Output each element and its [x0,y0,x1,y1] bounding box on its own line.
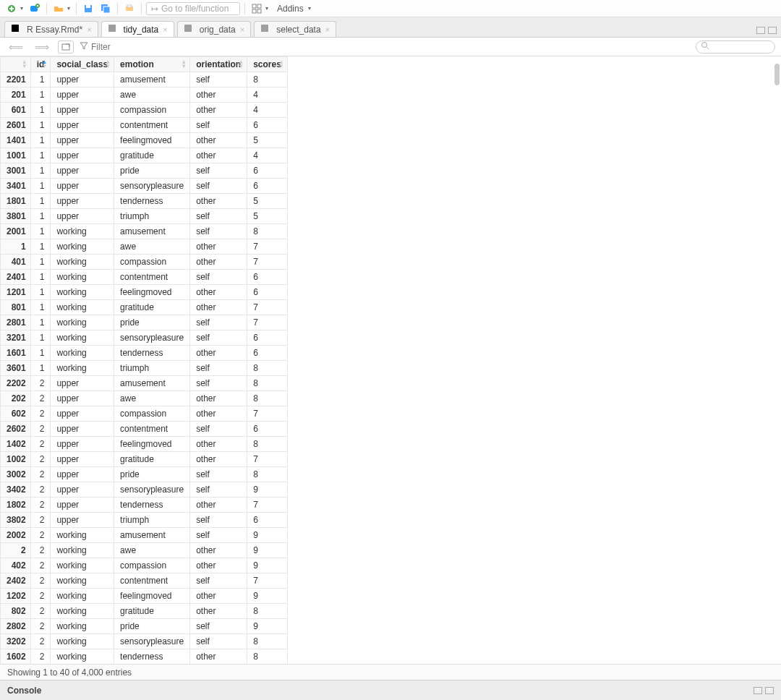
svg-rect-17 [108,25,116,32]
nav-forward-button[interactable]: ⟹ [32,41,52,53]
table-row[interactable]: 2022upperaweother8 [1,391,288,406]
new-file-icon [6,3,17,14]
cell-rownum: 3402 [1,482,31,498]
cell-scores: 7 [247,498,288,513]
addins-menu[interactable]: Addins ▾ [277,4,311,14]
close-icon[interactable]: × [240,25,244,34]
cell-rownum: 2002 [1,528,31,543]
col-header-rownum[interactable]: ▲▼ [1,57,31,72]
close-icon[interactable]: × [163,25,167,34]
table-row[interactable]: 34022uppersensorypleasureself9 [1,482,288,498]
cell-orientation: other [190,406,247,422]
table-row[interactable]: 32022workingsensorypleasureself8 [1,634,288,649]
table-row[interactable]: 4011workingcompassionother7 [1,255,288,270]
table-row[interactable]: 11workingaweother7 [1,239,288,255]
table-row[interactable]: 20011workingamusementself8 [1,224,288,239]
console-pane-header[interactable]: Console [0,680,781,700]
table-row[interactable]: 26011uppercontentmentself6 [1,118,288,133]
open-file-button[interactable]: ▾ [51,2,72,15]
console-minimize-button[interactable] [754,687,762,694]
cell-orientation: other [190,300,247,315]
table-row[interactable]: 36011workingtriumphself8 [1,361,288,376]
filter-label: Filter [91,42,111,52]
vertical-scrollbar-thumb[interactable] [774,64,780,85]
table-row[interactable]: 14011upperfeelingmovedother5 [1,133,288,148]
table-row[interactable]: 24022workingcontentmentself7 [1,573,288,589]
table-row[interactable]: 6011uppercompassionother4 [1,103,288,118]
tab-tidy-data[interactable]: tidy_data× [101,21,174,37]
col-header-social_class[interactable]: social_class▲▼ [51,57,114,72]
table-row[interactable]: 30022upperprideself8 [1,467,288,482]
col-header-id[interactable]: id▲▼ [30,57,51,72]
close-icon[interactable]: × [325,25,330,34]
table-row[interactable]: 22022upperamusementself8 [1,376,288,391]
table-row[interactable]: 18022uppertendernessother7 [1,498,288,513]
data-viewer: ▲▼id▲▼social_class▲▼emotion▲▼orientation… [0,56,781,664]
col-header-emotion[interactable]: emotion▲▼ [114,57,190,72]
table-row[interactable]: 12011workingfeelingmovedother6 [1,285,288,300]
save-button[interactable] [81,2,95,15]
maximize-pane-button[interactable] [768,27,777,34]
table-row[interactable]: 10022uppergratitudeother7 [1,452,288,467]
new-file-button[interactable]: ▾ [4,2,25,15]
print-button[interactable] [122,2,137,15]
cell-social-class: working [51,589,114,604]
cell-rownum: 2402 [1,573,31,589]
tab-orig-data[interactable]: orig_data× [177,21,251,37]
table-row[interactable]: 4022workingcompassionother9 [1,558,288,573]
table-row[interactable]: 38022uppertriumphself6 [1,513,288,528]
cell-social-class: upper [51,498,114,513]
cell-emotion: awe [114,391,190,406]
cell-scores: 6 [247,513,288,528]
table-row[interactable]: 32011workingsensorypleasureself6 [1,330,288,346]
table-row[interactable]: 28011workingprideself7 [1,315,288,330]
status-bar: Showing 1 to 40 of 4,000 entries [0,664,781,680]
cell-social-class: working [51,649,114,665]
table-row[interactable]: 2011upperaweother4 [1,88,288,103]
col-header-scores[interactable]: scores▲▼ [247,57,288,72]
table-row[interactable]: 22workingaweother9 [1,543,288,558]
cell-orientation: other [190,649,247,665]
popout-button[interactable] [58,40,74,54]
cell-scores: 7 [247,573,288,589]
table-row[interactable]: 34011uppersensorypleasureself6 [1,179,288,194]
filter-button[interactable]: Filter [80,41,111,52]
save-all-button[interactable] [98,2,113,15]
cell-orientation: other [190,543,247,558]
table-row[interactable]: 28022workingprideself9 [1,619,288,634]
cell-scores: 5 [247,194,288,209]
table-row[interactable]: 8011workinggratitudeother7 [1,300,288,315]
close-icon[interactable]: × [87,25,91,34]
table-row[interactable]: 26022uppercontentmentself6 [1,422,288,437]
cell-emotion: compassion [114,255,190,270]
nav-back-button[interactable]: ⟸ [6,41,26,53]
table-row[interactable]: 6022uppercompassionother7 [1,406,288,422]
table-row[interactable]: 22011upperamusementself8 [1,72,288,88]
tab-select-data[interactable]: select_data× [254,21,336,37]
table-row[interactable]: 16022workingtendernessother8 [1,649,288,665]
table-row[interactable]: 38011uppertriumphself5 [1,209,288,224]
tab-r-essay-rmd-[interactable]: R Essay.Rmd*× [4,21,98,37]
chevron-down-icon: ▾ [20,5,23,12]
table-row[interactable]: 16011workingtendernessother6 [1,346,288,361]
col-header-orientation[interactable]: orientation▲▼ [190,57,247,72]
table-row[interactable]: 20022workingamusementself9 [1,528,288,543]
table-row[interactable]: 10011uppergratitudeother4 [1,148,288,163]
panes-button[interactable]: ▾ [249,2,270,15]
table-row[interactable]: 8022workinggratitudeother8 [1,604,288,619]
search-input[interactable] [696,40,775,54]
table-row[interactable]: 14022upperfeelingmovedother8 [1,437,288,452]
console-maximize-button[interactable] [765,687,774,694]
cell-scores: 6 [247,270,288,285]
table-row[interactable]: 12022workingfeelingmovedother9 [1,589,288,604]
table-icon [260,24,272,35]
cell-emotion: contentment [114,422,190,437]
new-project-button[interactable] [27,2,42,15]
goto-file-input[interactable]: ↦ Go to file/function [146,2,240,15]
cell-orientation: self [190,528,247,543]
table-row[interactable]: 24011workingcontentmentself6 [1,270,288,285]
table-row[interactable]: 18011uppertendernessother5 [1,194,288,209]
cell-id: 1 [30,300,51,315]
minimize-pane-button[interactable] [756,27,765,34]
table-row[interactable]: 30011upperprideself6 [1,163,288,179]
